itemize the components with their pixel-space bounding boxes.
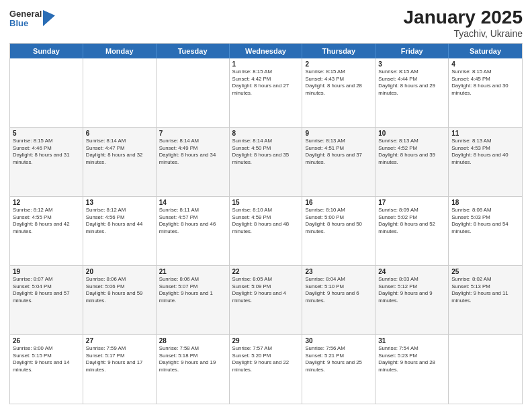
cell-text: Sunrise: 7:57 AMSunset: 5:20 PMDaylight:… [232,345,300,373]
day-number: 8 [232,130,300,137]
cell-text: Sunrise: 8:12 AMSunset: 4:55 PMDaylight:… [13,207,80,235]
cell-text: Sunrise: 7:58 AMSunset: 5:18 PMDaylight:… [159,345,226,373]
logo: General Blue [9,9,55,29]
cal-cell-3-0: 19Sunrise: 8:07 AMSunset: 5:04 PMDayligh… [10,266,83,334]
cell-text: Sunrise: 8:07 AMSunset: 5:04 PMDaylight:… [13,276,80,304]
cell-text: Sunrise: 8:09 AMSunset: 5:02 PMDaylight:… [378,207,445,235]
cal-cell-0-4: 2Sunrise: 8:15 AMSunset: 4:43 PMDaylight… [302,58,375,127]
page: General Blue January 2025 Tyachiv, Ukrai… [0,0,532,411]
calendar-row-2: 12Sunrise: 8:12 AMSunset: 4:55 PMDayligh… [10,196,522,265]
cell-text: Sunrise: 8:06 AMSunset: 5:06 PMDaylight:… [86,276,153,304]
page-subtitle: Tyachiv, Ukraine [404,28,523,39]
cal-cell-1-2: 7Sunrise: 8:14 AMSunset: 4:49 PMDaylight… [157,128,230,196]
cal-cell-0-5: 3Sunrise: 8:15 AMSunset: 4:44 PMDaylight… [375,58,449,127]
cal-cell-3-1: 20Sunrise: 8:06 AMSunset: 5:06 PMDayligh… [83,266,157,334]
day-number: 7 [159,130,226,137]
day-number: 15 [232,199,300,206]
cal-cell-4-4: 30Sunrise: 7:56 AMSunset: 5:21 PMDayligh… [302,335,375,404]
cal-cell-0-1 [83,58,157,127]
cal-cell-3-3: 22Sunrise: 8:05 AMSunset: 5:09 PMDayligh… [230,266,303,334]
day-number: 17 [378,199,445,206]
cal-cell-4-5: 31Sunrise: 7:54 AMSunset: 5:23 PMDayligh… [375,335,449,404]
cell-text: Sunrise: 8:15 AMSunset: 4:45 PMDaylight:… [451,68,519,97]
cal-cell-4-3: 29Sunrise: 7:57 AMSunset: 5:20 PMDayligh… [230,335,303,404]
calendar-row-1: 5Sunrise: 8:15 AMSunset: 4:46 PMDaylight… [10,127,522,196]
cell-text: Sunrise: 8:13 AMSunset: 4:52 PMDaylight:… [378,138,445,166]
day-number: 16 [305,199,372,206]
cal-cell-0-0 [10,58,83,127]
cell-text: Sunrise: 8:03 AMSunset: 5:12 PMDaylight:… [378,276,445,304]
calendar-row-0: 1Sunrise: 8:15 AMSunset: 4:42 PMDaylight… [10,58,522,127]
cal-cell-2-4: 16Sunrise: 8:10 AMSunset: 5:00 PMDayligh… [302,197,375,265]
cell-text: Sunrise: 8:11 AMSunset: 4:57 PMDaylight:… [159,207,226,235]
cal-cell-2-0: 12Sunrise: 8:12 AMSunset: 4:55 PMDayligh… [10,197,83,265]
header-cell-thursday: Thursday [302,44,375,58]
cal-cell-4-6 [449,335,522,404]
logo-text: General Blue [9,9,42,29]
header: General Blue January 2025 Tyachiv, Ukrai… [9,7,523,39]
day-number: 12 [13,199,80,206]
cell-text: Sunrise: 8:00 AMSunset: 5:15 PMDaylight:… [13,345,80,373]
cell-text: Sunrise: 8:14 AMSunset: 4:47 PMDaylight:… [86,138,153,166]
calendar-body: 1Sunrise: 8:15 AMSunset: 4:42 PMDaylight… [10,58,522,404]
cal-cell-4-2: 28Sunrise: 7:58 AMSunset: 5:18 PMDayligh… [157,335,230,404]
cal-cell-4-0: 26Sunrise: 8:00 AMSunset: 5:15 PMDayligh… [10,335,83,404]
calendar: SundayMondayTuesdayWednesdayThursdayFrid… [9,43,523,404]
page-title: January 2025 [404,7,523,28]
day-number: 6 [86,130,153,137]
day-number: 9 [305,130,372,137]
day-number: 2 [305,60,372,68]
logo-icon [43,10,55,26]
cal-cell-0-3: 1Sunrise: 8:15 AMSunset: 4:42 PMDaylight… [230,58,303,127]
day-number: 19 [13,268,80,275]
cal-cell-0-2 [157,58,230,127]
day-number: 4 [451,60,519,68]
header-cell-friday: Friday [375,44,449,58]
cell-text: Sunrise: 8:14 AMSunset: 4:49 PMDaylight:… [159,138,226,166]
day-number: 20 [86,268,153,275]
cell-text: Sunrise: 8:15 AMSunset: 4:44 PMDaylight:… [378,68,445,97]
cell-text: Sunrise: 8:10 AMSunset: 4:59 PMDaylight:… [232,207,300,235]
cal-cell-2-3: 15Sunrise: 8:10 AMSunset: 4:59 PMDayligh… [230,197,303,265]
cal-cell-2-6: 18Sunrise: 8:08 AMSunset: 5:03 PMDayligh… [449,197,522,265]
cell-text: Sunrise: 8:13 AMSunset: 4:51 PMDaylight:… [305,138,372,166]
header-cell-saturday: Saturday [449,44,522,58]
day-number: 18 [451,199,519,206]
cal-cell-0-6: 4Sunrise: 8:15 AMSunset: 4:45 PMDaylight… [449,58,522,127]
cal-cell-1-5: 10Sunrise: 8:13 AMSunset: 4:52 PMDayligh… [375,128,449,196]
day-number: 11 [451,130,519,137]
cal-cell-3-2: 21Sunrise: 8:06 AMSunset: 5:07 PMDayligh… [157,266,230,334]
cell-text: Sunrise: 7:56 AMSunset: 5:21 PMDaylight:… [305,345,372,373]
day-number: 13 [86,199,153,206]
cell-text: Sunrise: 8:15 AMSunset: 4:46 PMDaylight:… [13,138,80,166]
cell-text: Sunrise: 8:02 AMSunset: 5:13 PMDaylight:… [451,276,519,304]
calendar-header: SundayMondayTuesdayWednesdayThursdayFrid… [10,44,522,58]
cal-cell-1-3: 8Sunrise: 8:14 AMSunset: 4:50 PMDaylight… [230,128,303,196]
cell-text: Sunrise: 7:54 AMSunset: 5:23 PMDaylight:… [378,345,445,373]
cal-cell-1-6: 11Sunrise: 8:13 AMSunset: 4:53 PMDayligh… [449,128,522,196]
cal-cell-3-6: 25Sunrise: 8:02 AMSunset: 5:13 PMDayligh… [449,266,522,334]
cell-text: Sunrise: 8:12 AMSunset: 4:56 PMDaylight:… [86,207,153,235]
day-number: 14 [159,199,226,206]
cal-cell-1-1: 6Sunrise: 8:14 AMSunset: 4:47 PMDaylight… [83,128,157,196]
cal-cell-2-1: 13Sunrise: 8:12 AMSunset: 4:56 PMDayligh… [83,197,157,265]
day-number: 21 [159,268,226,275]
cell-text: Sunrise: 8:05 AMSunset: 5:09 PMDaylight:… [232,276,300,304]
title-block: January 2025 Tyachiv, Ukraine [404,7,523,39]
cal-cell-2-2: 14Sunrise: 8:11 AMSunset: 4:57 PMDayligh… [157,197,230,265]
day-number: 31 [378,337,445,345]
cal-cell-2-5: 17Sunrise: 8:09 AMSunset: 5:02 PMDayligh… [375,197,449,265]
day-number: 24 [378,268,445,275]
cal-cell-3-5: 24Sunrise: 8:03 AMSunset: 5:12 PMDayligh… [375,266,449,334]
cal-cell-3-4: 23Sunrise: 8:04 AMSunset: 5:10 PMDayligh… [302,266,375,334]
cell-text: Sunrise: 8:10 AMSunset: 5:00 PMDaylight:… [305,207,372,235]
cal-cell-4-1: 27Sunrise: 7:59 AMSunset: 5:17 PMDayligh… [83,335,157,404]
cell-text: Sunrise: 8:06 AMSunset: 5:07 PMDaylight:… [159,276,226,304]
cell-text: Sunrise: 8:15 AMSunset: 4:43 PMDaylight:… [305,68,372,97]
header-cell-monday: Monday [83,44,157,58]
day-number: 25 [451,268,519,275]
calendar-row-3: 19Sunrise: 8:07 AMSunset: 5:04 PMDayligh… [10,265,522,334]
calendar-row-4: 26Sunrise: 8:00 AMSunset: 5:15 PMDayligh… [10,334,522,404]
header-cell-sunday: Sunday [10,44,83,58]
cell-text: Sunrise: 8:13 AMSunset: 4:53 PMDaylight:… [451,138,519,166]
